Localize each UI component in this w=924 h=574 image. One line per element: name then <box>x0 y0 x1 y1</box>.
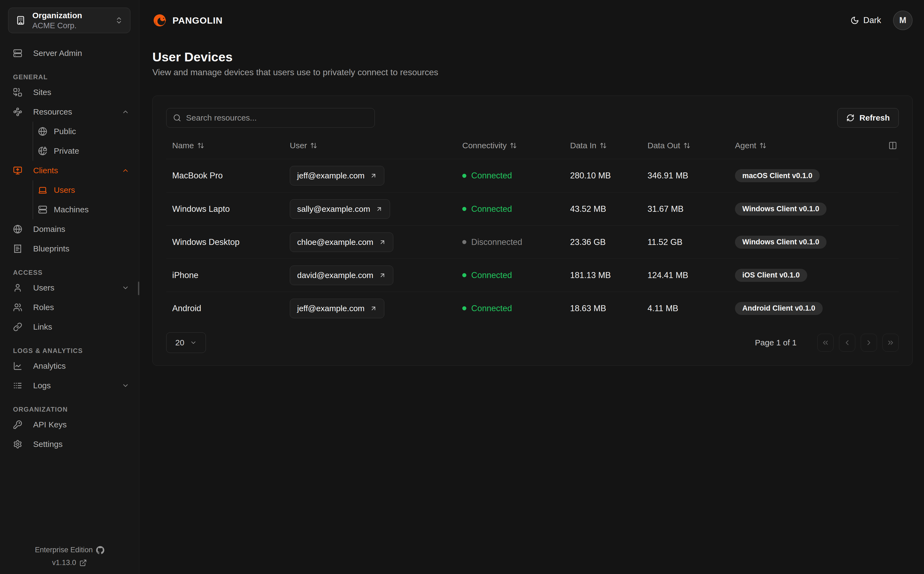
next-page-button[interactable] <box>861 334 877 352</box>
column-header-connectivity[interactable]: Connectivity <box>456 141 564 150</box>
column-label: Data Out <box>648 141 680 150</box>
avatar-initial: M <box>899 16 906 25</box>
user-link-button[interactable]: jeff@example.com <box>290 166 384 186</box>
user-link-button[interactable]: chloe@example.com <box>290 232 393 252</box>
column-header-name[interactable]: Name <box>166 141 284 150</box>
agent-badge: iOS Client v0.1.0 <box>735 269 807 282</box>
agent-badge: Windows Client v0.1.0 <box>735 203 826 216</box>
sidebar-item-resources[interactable]: Resources <box>0 102 139 121</box>
status-dot <box>462 174 466 178</box>
sidebar-item-server-admin[interactable]: Server Admin <box>0 43 139 63</box>
data-out-value: 4.11 MB <box>642 304 729 313</box>
chevron-up-icon <box>122 108 129 116</box>
refresh-button[interactable]: Refresh <box>837 108 899 128</box>
user-email: david@example.com <box>297 271 374 280</box>
sidebar-nav: Server Admin GENERAL Sites Resources Pub… <box>0 33 139 546</box>
sidebar-item-analytics[interactable]: Analytics <box>0 356 139 376</box>
sidebar-item-client-users[interactable]: Users <box>33 180 139 200</box>
globe-icon <box>13 224 22 234</box>
sidebar-item-label: Resources <box>33 107 111 117</box>
sidebar-item-public[interactable]: Public <box>33 121 139 141</box>
search-input[interactable] <box>186 113 368 123</box>
column-header-data-in[interactable]: Data In <box>564 141 642 150</box>
sidebar-item-label: Clients <box>33 166 111 175</box>
column-header-agent-wrap: Agent <box>729 141 899 150</box>
status-dot <box>462 273 466 277</box>
sidebar-item-client-machines[interactable]: Machines <box>33 200 139 219</box>
page-size-value: 20 <box>175 338 184 347</box>
sidebar-item-blueprints[interactable]: Blueprints <box>0 239 139 259</box>
sidebar-item-settings[interactable]: Settings <box>0 434 139 454</box>
sidebar-item-label: API Keys <box>33 420 66 429</box>
top-bar: PANGOLIN Dark M <box>152 0 913 41</box>
status-label: Connected <box>471 270 512 280</box>
status-dot <box>462 306 466 311</box>
last-page-button[interactable] <box>883 334 899 352</box>
column-header-user[interactable]: User <box>284 141 456 150</box>
column-header-data-out[interactable]: Data Out <box>642 141 729 150</box>
status-label: Connected <box>471 171 512 181</box>
data-in-value: 23.36 GB <box>564 237 642 247</box>
sort-icon <box>600 142 607 149</box>
sidebar-item-logs[interactable]: Logs <box>0 376 139 395</box>
sidebar-item-private[interactable]: Private <box>33 141 139 161</box>
column-visibility-icon[interactable] <box>883 141 897 150</box>
sidebar-item-label: Public <box>54 127 76 136</box>
sidebar-item-clients[interactable]: Clients <box>0 161 139 180</box>
sidebar-scrollbar-thumb[interactable] <box>138 282 139 295</box>
sidebar-item-sites[interactable]: Sites <box>0 82 139 102</box>
data-in-value: 280.10 MB <box>564 171 642 181</box>
sidebar-item-links[interactable]: Links <box>0 317 139 337</box>
sidebar-item-users[interactable]: Users <box>0 278 139 298</box>
status-badge: Connected <box>462 204 512 214</box>
avatar[interactable]: M <box>893 11 913 30</box>
column-header-agent[interactable]: Agent <box>729 141 766 150</box>
sidebar-item-roles[interactable]: Roles <box>0 298 139 317</box>
data-out-value: 31.67 MB <box>642 204 729 214</box>
sidebar-footer: Enterprise Edition v1.13.0 <box>0 546 139 574</box>
org-selector[interactable]: Organization ACME Corp. <box>8 8 130 33</box>
column-label: Connectivity <box>462 141 506 150</box>
resources-icon <box>13 107 22 117</box>
user-link-button[interactable]: jeff@example.com <box>290 299 384 318</box>
arrow-up-right-icon <box>370 172 377 179</box>
card-toolbar: Refresh <box>166 108 899 128</box>
sidebar-item-label: Blueprints <box>33 244 69 253</box>
sidebar-item-label: Logs <box>33 381 111 390</box>
column-label: Agent <box>735 141 756 150</box>
chevron-down-icon <box>122 382 129 390</box>
agent-badge: Windows Client v0.1.0 <box>735 236 826 249</box>
receipt-icon <box>13 244 22 253</box>
chevron-up-icon <box>122 167 129 174</box>
sidebar-item-label: Links <box>33 322 52 331</box>
table-row: Android jeff@example.com Connected 18.63… <box>166 292 899 325</box>
refresh-label: Refresh <box>859 113 890 123</box>
section-label-logs-analytics: LOGS & ANALYTICS <box>13 347 139 355</box>
top-right-controls: Dark M <box>850 11 913 30</box>
sidebar-item-label: Domains <box>33 224 65 234</box>
data-in-value: 18.63 MB <box>564 304 642 313</box>
sidebar-item-domains[interactable]: Domains <box>0 219 139 239</box>
sidebar-item-label: Settings <box>33 440 63 449</box>
status-dot <box>462 240 466 244</box>
sort-icon <box>197 142 204 149</box>
clients-subgroup: Users Machines <box>33 180 139 219</box>
sidebar-item-api-keys[interactable]: API Keys <box>0 415 139 434</box>
first-page-button[interactable] <box>817 334 834 352</box>
server-icon <box>13 49 22 58</box>
monitor-up-icon <box>13 166 22 175</box>
version-line[interactable]: v1.13.0 <box>52 558 87 567</box>
moon-icon <box>850 16 859 25</box>
edition-line[interactable]: Enterprise Edition <box>35 546 104 554</box>
theme-toggle[interactable]: Dark <box>850 16 881 25</box>
previous-page-button[interactable] <box>839 334 855 352</box>
resources-subgroup: Public Private <box>33 121 139 161</box>
version-label: v1.13.0 <box>52 558 76 567</box>
user-link-button[interactable]: sally@example.com <box>290 199 390 219</box>
user-link-button[interactable]: david@example.com <box>290 265 393 285</box>
device-name: Windows Lapto <box>166 204 284 214</box>
table-row: MacBook Pro jeff@example.com Connected 2… <box>166 159 899 192</box>
page-size-select[interactable]: 20 <box>166 332 206 353</box>
github-icon <box>96 546 104 554</box>
chevrons-up-down-icon <box>115 16 123 24</box>
